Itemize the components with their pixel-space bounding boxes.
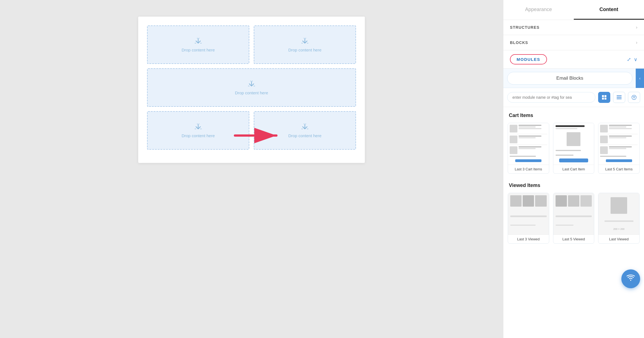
search-input[interactable] <box>507 92 595 103</box>
modules-label: MODULES <box>517 57 540 62</box>
structures-chevron-icon: › <box>636 25 637 30</box>
email-blocks-pill[interactable]: Email Blocks <box>507 72 632 85</box>
right-panel: Appearance Content STRUCTURES › BLOCKS ›… <box>503 0 644 338</box>
drop-cell-4[interactable]: Drop content here <box>147 111 249 150</box>
expand-icon[interactable]: ⤢ <box>627 56 631 63</box>
search-row <box>503 88 644 107</box>
drop-icon-5 <box>300 123 309 131</box>
module-card-viewed-2[interactable]: Last 5 Viewed <box>553 193 595 244</box>
email-blocks-label: Email Blocks <box>556 76 583 81</box>
viewed-items-section: Viewed Items Last 3 Viewed <box>508 183 640 244</box>
module-card-label-viewed-1: Last 3 Viewed <box>508 235 549 243</box>
filter-button[interactable] <box>628 92 640 103</box>
grid-icon <box>602 95 607 100</box>
drop-label-2: Drop content here <box>288 48 321 52</box>
module-card-preview-viewed-3: 200 × 200 <box>598 193 639 235</box>
svg-point-2 <box>251 84 252 84</box>
blocks-section[interactable]: BLOCKS › <box>503 35 644 50</box>
panel-content[interactable]: Cart Items <box>503 107 644 338</box>
module-card-preview-last3 <box>508 123 549 165</box>
drop-cell-1[interactable]: Drop content here <box>147 25 249 64</box>
module-card-label-last3: Last 3 Cart Items <box>508 165 549 173</box>
viewed-items-heading: Viewed Items <box>508 183 640 188</box>
svg-rect-7 <box>604 95 606 97</box>
drop-label-1: Drop content here <box>182 48 215 52</box>
modules-icons: ⤢ ∨ <box>627 56 637 63</box>
svg-point-1 <box>305 41 305 41</box>
drop-icon-4 <box>194 123 203 131</box>
email-blocks-side-button[interactable]: ‹ <box>636 69 644 88</box>
module-card-label-last5: Last 5 Cart Items <box>598 165 639 173</box>
structures-label: STRUCTURES <box>510 25 540 30</box>
drop-label-5: Drop content here <box>288 133 321 138</box>
blocks-label: BLOCKS <box>510 40 528 45</box>
wifi-icon <box>627 274 635 284</box>
modules-chevron-icon[interactable]: ∨ <box>634 56 637 63</box>
module-card-viewed-3[interactable]: 200 × 200 Last Viewed <box>598 193 640 244</box>
module-card-last1[interactable]: Last Cart Item <box>553 123 595 174</box>
email-canvas: Drop content here Drop content here <box>138 17 365 163</box>
drop-cell-5[interactable]: Drop content here <box>254 111 356 150</box>
viewed-items-grid: Last 3 Viewed Last 5 Viewed <box>508 193 640 244</box>
module-card-label-last1: Last Cart Item <box>553 165 594 173</box>
panel-tabs: Appearance Content <box>503 0 644 20</box>
svg-rect-9 <box>604 98 606 100</box>
module-card-label-viewed-2: Last 5 Viewed <box>553 235 594 243</box>
filter-icon <box>632 95 637 100</box>
modules-row[interactable]: MODULES ⤢ ∨ <box>503 50 644 69</box>
cart-items-grid: Last 3 Cart Items <box>508 123 640 174</box>
svg-rect-11 <box>617 97 622 98</box>
drop-label-3: Drop content here <box>235 90 268 95</box>
svg-point-3 <box>198 126 199 127</box>
module-card-label-viewed-3: Last Viewed <box>598 235 639 243</box>
drop-icon-2 <box>300 37 309 45</box>
svg-rect-10 <box>617 95 622 96</box>
tab-appearance[interactable]: Appearance <box>503 0 574 20</box>
drop-icon-1 <box>194 37 203 45</box>
svg-rect-6 <box>602 95 604 97</box>
module-card-preview-viewed-1 <box>508 193 549 235</box>
tab-content[interactable]: Content <box>574 0 644 20</box>
grid-view-button[interactable] <box>598 92 610 103</box>
list-icon <box>617 95 622 99</box>
module-card-viewed-1[interactable]: Last 3 Viewed <box>508 193 549 244</box>
drop-row-2: Drop content here <box>147 68 356 107</box>
cart-items-section: Cart Items <box>508 113 640 174</box>
module-card-preview-last5 <box>598 123 639 165</box>
module-card-last3[interactable]: Last 3 Cart Items <box>508 123 549 174</box>
drop-label-4: Drop content here <box>182 133 215 138</box>
svg-point-0 <box>198 41 199 41</box>
svg-rect-12 <box>617 98 622 99</box>
drop-cell-2[interactable]: Drop content here <box>254 25 356 64</box>
drop-icon-3 <box>247 80 256 88</box>
modules-badge: MODULES <box>510 54 547 64</box>
module-card-preview-last1 <box>553 123 594 165</box>
structures-section[interactable]: STRUCTURES › <box>503 20 644 35</box>
module-card-preview-viewed-2 <box>553 193 594 235</box>
drop-cell-3[interactable]: Drop content here <box>147 68 356 107</box>
list-view-button[interactable] <box>613 92 625 103</box>
svg-rect-8 <box>602 98 604 100</box>
module-card-last5[interactable]: Last 5 Cart Items <box>598 123 640 174</box>
canvas-area: Drop content here Drop content here <box>0 0 503 338</box>
email-blocks-row: Email Blocks ‹ <box>503 69 644 88</box>
svg-point-4 <box>305 126 305 127</box>
cart-items-heading: Cart Items <box>508 113 640 118</box>
blocks-chevron-icon: › <box>636 40 637 45</box>
drop-row-1: Drop content here Drop content here <box>147 25 356 64</box>
drop-row-3: Drop content here Drop content here <box>147 111 356 150</box>
wifi-fab[interactable] <box>621 269 640 288</box>
